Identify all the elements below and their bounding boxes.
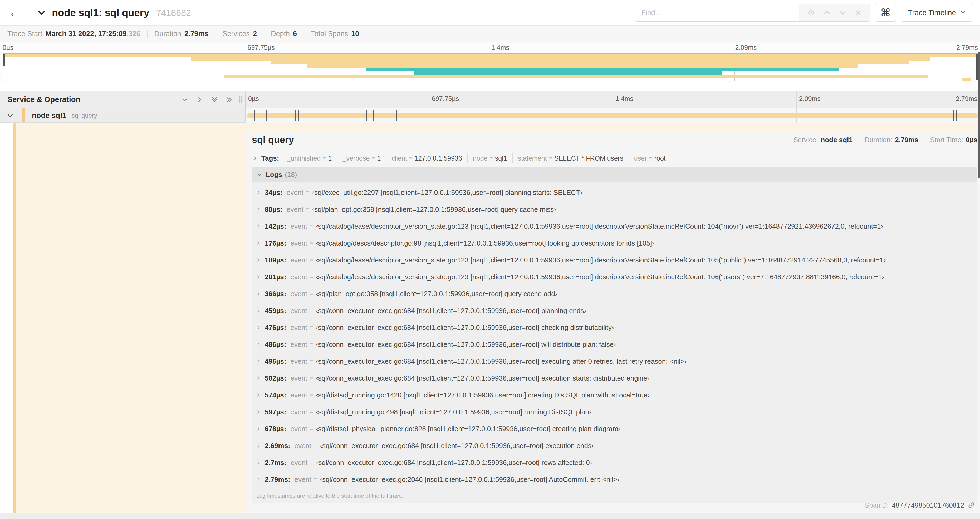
log-marker-tick bbox=[375, 110, 376, 121]
equals-sign: = bbox=[310, 273, 313, 280]
log-row[interactable]: 2.79ms:event=‹sql/conn_executor_exec.go:… bbox=[252, 471, 977, 488]
ruler-tick-label: 697.75µs bbox=[432, 95, 459, 102]
log-value: ‹sql/conn_executor_exec.go:684 [nsql1,cl… bbox=[316, 357, 687, 366]
prev-match-chevron-up-icon[interactable] bbox=[823, 9, 831, 17]
clear-search-icon[interactable] bbox=[854, 9, 862, 16]
log-field-name: event bbox=[291, 458, 307, 467]
log-field-name: event bbox=[290, 408, 307, 416]
span-duration-bar[interactable] bbox=[247, 113, 978, 118]
collapse-trace-chevron-icon[interactable] bbox=[37, 8, 46, 17]
log-row[interactable]: 574µs:event=‹sql/distsql_running.go:1420… bbox=[252, 386, 977, 404]
span-id-row: SpanID: 4877749850101760812 bbox=[865, 499, 975, 512]
minimap-span-bar bbox=[366, 68, 838, 71]
log-row[interactable]: 189µs:event=‹sql/catalog/lease/descripto… bbox=[252, 252, 977, 268]
page-header: ← node sql1: sql query 7418682 bbox=[0, 0, 980, 26]
ruler-tick-label: 1.4ms bbox=[616, 95, 633, 102]
equals-sign: = bbox=[409, 155, 412, 161]
tag-value: sql1 bbox=[495, 155, 507, 162]
timeline-ruler: 0µs697.75µs1.4ms2.09ms2.79ms bbox=[245, 91, 980, 108]
trace-timeline-page: ← node sql1: sql query 7418682 bbox=[0, 0, 980, 519]
log-value: ‹sql/distsql_running.go:498 [nsql1,clien… bbox=[316, 408, 591, 416]
minimap-tick-label: 1.4ms bbox=[491, 44, 509, 51]
minimap-span-bar bbox=[224, 75, 928, 78]
log-value: ‹sql/catalog/lease/descriptor_version_st… bbox=[316, 222, 883, 230]
minimap-span-bar bbox=[191, 57, 930, 61]
summary-separator bbox=[147, 30, 148, 38]
log-row[interactable]: 459µs:event=‹sql/conn_executor_exec.go:6… bbox=[252, 302, 977, 319]
summary-value-suffix: .326 bbox=[126, 30, 140, 38]
log-chevron-right-icon bbox=[256, 325, 261, 330]
next-match-chevron-down-icon[interactable] bbox=[839, 9, 847, 17]
log-row[interactable]: 2.69ms:event=‹sql/conn_executor_exec.go:… bbox=[252, 437, 977, 454]
column-resizer-grip[interactable] bbox=[239, 96, 242, 103]
log-row[interactable]: 495µs:event=‹sql/conn_executor_exec.go:6… bbox=[252, 353, 977, 370]
summary-value: 10 bbox=[351, 30, 359, 38]
log-chevron-right-icon bbox=[256, 291, 261, 296]
log-row[interactable]: 486µs:event=‹sql/conn_executor_exec.go:6… bbox=[252, 336, 977, 353]
minimap-canvas[interactable] bbox=[3, 53, 978, 81]
log-value: ‹sql/conn_executor_exec.go:684 [nsql1,cl… bbox=[320, 442, 593, 450]
log-marker-tick bbox=[342, 110, 342, 121]
log-chevron-right-icon bbox=[256, 359, 261, 364]
log-field-name: event bbox=[294, 476, 312, 484]
tree-controls bbox=[181, 96, 233, 104]
find-input[interactable] bbox=[635, 4, 799, 21]
minimap-span-bar bbox=[3, 54, 978, 57]
equals-sign: = bbox=[310, 375, 313, 382]
span-name-cell[interactable]: node sql1 sql query bbox=[0, 109, 245, 123]
log-row[interactable]: 201µs:event=‹sql/catalog/lease/descripto… bbox=[252, 268, 977, 285]
summary-item: Total Spans10 bbox=[311, 30, 359, 38]
log-timestamp: 495µs: bbox=[265, 357, 286, 366]
span-color-bar bbox=[22, 109, 25, 122]
detail-span-color-bar bbox=[13, 123, 16, 513]
detail-meta-label: Start Time: bbox=[930, 136, 963, 144]
log-row[interactable]: 366µs:event=‹sql/plan_opt.go:358 [nsql1,… bbox=[252, 285, 977, 302]
log-row[interactable]: 2.7ms:event=‹sql/conn_executor_exec.go:6… bbox=[252, 454, 977, 471]
tag-item: client=127.0.0.1:59936 bbox=[387, 153, 468, 163]
detail-meta-label: Service: bbox=[793, 136, 818, 144]
summary-value: 6 bbox=[293, 30, 297, 38]
tag-value: 1 bbox=[328, 155, 332, 162]
log-value: ‹sql/catalog/descs/descriptor.go:98 [nsq… bbox=[316, 239, 654, 248]
tag-key: statement bbox=[518, 155, 547, 162]
view-selector-button[interactable]: Trace Timeline bbox=[901, 4, 973, 22]
log-row[interactable]: 597µs:event=‹sql/distsql_running.go:498 … bbox=[252, 404, 977, 420]
trace-id: 7418682 bbox=[156, 8, 191, 18]
log-row[interactable]: 34µs:event=‹sql/exec_util.go:2297 [nsql1… bbox=[252, 184, 977, 201]
scrollbar-thumb[interactable] bbox=[978, 52, 980, 178]
tags-accordion[interactable]: Tags:_unfinished=1_verbose=1client=127.0… bbox=[252, 151, 977, 166]
equals-sign: = bbox=[310, 307, 313, 314]
minimap-left-handle[interactable] bbox=[3, 54, 5, 65]
span-collapse-chevron-down-icon[interactable] bbox=[7, 112, 14, 119]
collapse-all-double-chevron-down-icon[interactable] bbox=[210, 96, 218, 104]
log-row[interactable]: 176µs:event=‹sql/catalog/descs/descripto… bbox=[252, 235, 977, 252]
logs-header[interactable]: Logs (18) bbox=[252, 168, 977, 182]
link-icon[interactable] bbox=[966, 500, 977, 511]
log-row[interactable]: 678µs:event=‹sql/distsql_physical_planne… bbox=[252, 420, 977, 437]
expand-all-double-chevron-right-icon[interactable] bbox=[225, 96, 233, 104]
span-row: node sql1 sql query bbox=[0, 109, 980, 123]
log-row[interactable]: 502µs:event=‹sql/conn_executor_exec.go:6… bbox=[252, 370, 977, 386]
minimap-tick-label: 2.09ms bbox=[735, 44, 757, 51]
expand-one-chevron-right-icon[interactable] bbox=[196, 96, 204, 104]
log-row[interactable]: 80µs:event=‹sql/plan_opt.go:358 [nsql1,c… bbox=[252, 201, 977, 218]
tag-value: SELECT * FROM users bbox=[554, 155, 623, 162]
log-field-name: event bbox=[290, 391, 307, 399]
log-row[interactable]: 142µs:event=‹sql/catalog/lease/descripto… bbox=[252, 218, 977, 235]
collapse-one-chevron-down-icon[interactable] bbox=[181, 96, 189, 104]
tag-value: 127.0.0.1:59936 bbox=[414, 155, 462, 162]
log-timestamp: 366µs: bbox=[265, 290, 286, 298]
tags-chevron-right-icon bbox=[252, 155, 258, 161]
equals-sign: = bbox=[314, 476, 317, 483]
log-timestamp: 502µs: bbox=[265, 374, 286, 382]
log-row[interactable]: 476µs:event=‹sql/conn_executor_exec.go:6… bbox=[252, 319, 977, 336]
log-chevron-right-icon bbox=[256, 443, 261, 448]
back-button[interactable]: ← bbox=[0, 0, 29, 25]
log-field-name: event bbox=[290, 222, 307, 230]
keyboard-shortcuts-button[interactable]: ⌘ bbox=[875, 4, 896, 22]
equals-sign: = bbox=[310, 324, 313, 331]
minimap-span-bar bbox=[962, 78, 971, 81]
minimap-right-handle[interactable] bbox=[976, 54, 978, 80]
locate-icon[interactable] bbox=[807, 9, 815, 17]
log-chevron-right-icon bbox=[256, 190, 261, 195]
